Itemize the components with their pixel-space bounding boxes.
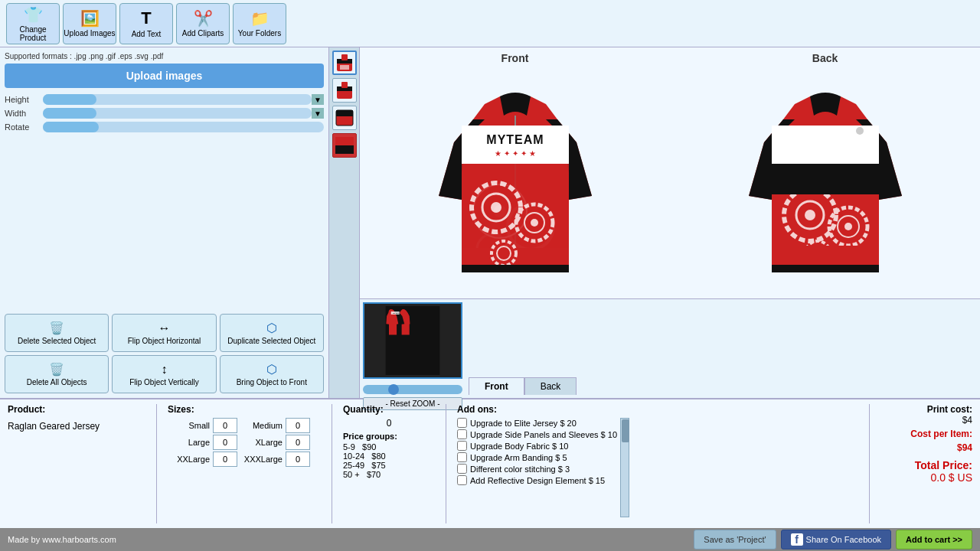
- width-slider-row: Width ▼: [5, 108, 324, 119]
- change-product-label: Change Product: [7, 25, 59, 42]
- addon-reflective-checkbox[interactable]: [457, 475, 467, 485]
- view-btn-color[interactable]: [332, 133, 357, 158]
- xlarge-input[interactable]: [286, 435, 310, 450]
- footer-buttons: Save as 'Project' f Share On Facebook Ad…: [694, 530, 972, 549]
- addons-label: Add ons:: [457, 404, 858, 415]
- svg-rect-8: [341, 82, 348, 88]
- delete-all-button[interactable]: 🗑️ Delete All Objects: [5, 355, 109, 393]
- duplicate-selected-button[interactable]: ⬡ Duplicate Selected Object: [220, 314, 324, 352]
- sizes-label: Sizes:: [168, 404, 321, 415]
- small-label: Small: [168, 421, 210, 430]
- xxxlarge-input[interactable]: [286, 452, 310, 467]
- back-jersey[interactable]: [741, 73, 910, 288]
- rotate-slider[interactable]: [43, 122, 324, 132]
- svg-rect-44: [772, 246, 879, 265]
- add-text-button[interactable]: T Add Text: [119, 3, 173, 44]
- add-cliparts-icon: ✂️: [194, 9, 213, 28]
- cost-per-item-label: Cost per Item:: [880, 429, 972, 439]
- duplicate-selected-label: Duplicate Selected Object: [227, 337, 315, 345]
- add-to-cart-button[interactable]: Add to cart >>: [896, 530, 972, 549]
- your-folders-button[interactable]: 📁 Your Folders: [233, 3, 286, 44]
- product-name: Raglan Geared Jersey: [8, 421, 145, 432]
- back-tab[interactable]: Back: [524, 377, 577, 395]
- svg-rect-10: [336, 110, 353, 116]
- main-area: Supported formats : .jpg .png .gif .eps …: [0, 47, 980, 398]
- size-row-large: Large XLarge: [168, 435, 321, 450]
- jersey-container[interactable]: MYTEAM ★ ✦ ✦ ✦ ★: [360, 47, 980, 298]
- flip-vertical-button[interactable]: ↕️ Flip Object Vertically: [112, 355, 216, 393]
- svg-point-46: [856, 127, 864, 135]
- quantity-section: Quantity: 0 Price groups: 5-9 $90 10-24 …: [343, 404, 435, 523]
- width-label: Width: [5, 109, 43, 118]
- width-slider[interactable]: [43, 108, 312, 119]
- footer: Made by www.harboarts.com Save as 'Proje…: [0, 528, 980, 551]
- zoom-slider-row: [363, 385, 462, 394]
- addon-arm-banding-checkbox[interactable]: [457, 452, 467, 462]
- zoom-slider[interactable]: [363, 385, 462, 394]
- delete-all-label: Delete All Objects: [27, 378, 87, 386]
- change-product-icon: 👕: [24, 5, 43, 24]
- add-cliparts-button[interactable]: ✂️ Add Cliparts: [176, 3, 230, 44]
- your-folders-label: Your Folders: [238, 29, 281, 37]
- price-groups-title: Price groups:: [343, 432, 435, 441]
- height-slider[interactable]: [43, 94, 312, 105]
- large-label: Large: [168, 438, 210, 447]
- price-groups: Price groups: 5-9 $90 10-24 $80 25-49 $7…: [343, 432, 435, 479]
- save-project-button[interactable]: Save as 'Project': [694, 530, 776, 549]
- change-product-button[interactable]: 👕 Change Product: [6, 3, 60, 44]
- back-view-label: Back: [812, 49, 838, 67]
- svg-point-32: [497, 246, 511, 260]
- view-btn-back-small[interactable]: [332, 78, 357, 103]
- total-price-label: Total Price:: [880, 459, 972, 471]
- addon-body-fabric-checkbox[interactable]: [457, 441, 467, 451]
- left-panel: Supported formats : .jpg .png .gif .eps …: [0, 47, 329, 398]
- upload-images-button[interactable]: Upload images: [5, 64, 324, 88]
- print-cost-section: Print cost: $4 Cost per Item: $94 Total …: [880, 404, 972, 523]
- large-input[interactable]: [213, 435, 237, 450]
- rotate-slider-row: Rotate: [5, 122, 324, 132]
- svg-text:MYTEAM: MYTEAM: [486, 133, 544, 146]
- upload-images-icon: 🖼️: [80, 9, 100, 28]
- upload-images-button[interactable]: 🖼️ Upload Images: [63, 3, 116, 44]
- bring-to-front-button[interactable]: ⬡ Bring Object to Front: [220, 355, 324, 393]
- height-arrow[interactable]: ▼: [312, 94, 324, 105]
- toolbar: 👕 Change Product 🖼️ Upload Images T Add …: [0, 0, 980, 47]
- garment-view: Front Back MYTE: [360, 47, 980, 298]
- share-facebook-button[interactable]: f Share On Facebook: [781, 530, 891, 549]
- width-arrow[interactable]: ▼: [312, 108, 324, 119]
- formats-text: Supported formats : .jpg .png .gif .eps …: [5, 52, 324, 60]
- addon-side-panels-checkbox[interactable]: [457, 429, 467, 439]
- size-row-xxlarge: XXLarge XXXLarge: [168, 452, 321, 467]
- small-input[interactable]: [213, 418, 237, 433]
- svg-rect-43: [772, 164, 879, 194]
- product-section: Product: Raglan Geared Jersey: [8, 404, 145, 523]
- footer-credit: Made by www.harboarts.com: [8, 535, 116, 544]
- quantity-label: Quantity:: [343, 404, 435, 415]
- add-cliparts-label: Add Cliparts: [182, 29, 224, 37]
- view-btn-corner[interactable]: [332, 106, 357, 130]
- thumbnail-frame[interactable]: MYTEAM MYTEAM: [363, 302, 462, 379]
- svg-text:★ ✦ ✦ ✦ ★: ★ ✦ ✦ ✦ ★: [495, 149, 535, 158]
- view-selector: [329, 47, 360, 398]
- flip-horizontal-button[interactable]: ↔️ Flip Object Horizontal: [112, 314, 216, 352]
- quantity-value: 0: [343, 418, 435, 429]
- xxlarge-input[interactable]: [213, 452, 237, 467]
- addon-elite-jersey-checkbox[interactable]: [457, 418, 467, 428]
- front-jersey[interactable]: MYTEAM ★ ✦ ✦ ✦ ★: [431, 73, 599, 288]
- add-text-icon: T: [141, 8, 151, 28]
- medium-input[interactable]: [286, 418, 310, 433]
- facebook-label: Share On Facebook: [806, 535, 881, 544]
- view-btn-front-small[interactable]: [332, 51, 357, 75]
- delete-selected-label: Delete Selected Object: [18, 337, 96, 345]
- front-tab[interactable]: Front: [469, 377, 524, 395]
- print-cost-label: Print cost:: [880, 404, 972, 415]
- delete-selected-button[interactable]: 🗑️ Delete Selected Object: [5, 314, 109, 352]
- svg-rect-12: [335, 145, 354, 154]
- price-group-2: 10-24 $80: [343, 452, 435, 461]
- addon-color-stitching-checkbox[interactable]: [457, 464, 467, 474]
- addons-scrollbar[interactable]: [620, 418, 629, 517]
- addon-color-stitching: Different color stitching $ 3: [457, 464, 617, 474]
- addon-body-fabric: Upgrade Body Fabric $ 10: [457, 441, 617, 451]
- svg-rect-45: [772, 265, 879, 272]
- facebook-icon: f: [791, 533, 803, 546]
